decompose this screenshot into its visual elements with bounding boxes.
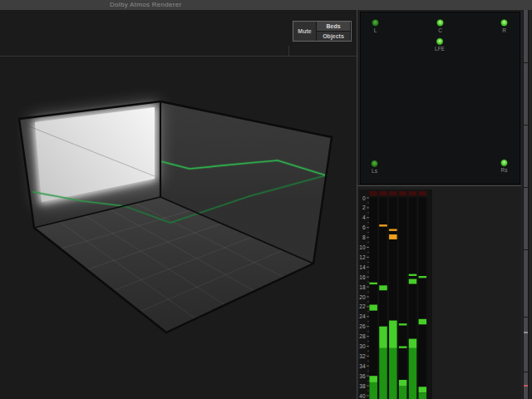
meter-scale-label: 6	[354, 224, 366, 230]
speaker-label-LFE: LFE	[430, 46, 450, 52]
meter-scale-label: 26	[354, 323, 366, 329]
speaker-label-L: L	[366, 27, 386, 33]
meter-scale-label: 20	[354, 294, 366, 300]
strip-gray-tick	[524, 332, 528, 333]
speaker-label-R: R	[495, 27, 515, 33]
strip-red-tick	[524, 385, 528, 387]
meter-scale-label: 32	[354, 353, 366, 359]
meter-scale-label: 2	[354, 204, 366, 210]
panel-divider-horizontal	[357, 185, 522, 186]
meter-scale-label: 4	[354, 214, 366, 220]
toolbar-separator	[288, 46, 289, 57]
meter-scale-label: 16	[354, 274, 366, 280]
meter-panel	[359, 190, 432, 399]
meter-scale-label: 36	[354, 373, 366, 379]
title-bar: Dolby Atmos Renderer	[0, 0, 532, 10]
strip-separator	[524, 125, 528, 126]
meter-scale-label: 22	[354, 303, 366, 309]
speaker-label-C: C	[431, 27, 451, 33]
mute-group: Mute Beds Objects	[293, 21, 352, 42]
beds-button[interactable]: Beds	[317, 22, 350, 31]
meter-scale-label: 8	[354, 234, 366, 240]
speaker-label-Ls: Ls	[365, 168, 385, 174]
meter-scale-label: 12	[354, 254, 366, 260]
strip-separator	[524, 372, 528, 372]
speaker-label-Rs: Rs	[495, 167, 515, 173]
meter-scale-label: 14	[354, 264, 366, 270]
toolbar-divider	[0, 56, 357, 57]
meter-scale-label: 40	[354, 393, 366, 399]
window-title: Dolby Atmos Renderer	[110, 1, 181, 8]
app-window: Dolby Atmos Renderer Mute Beds Objects L…	[0, 0, 532, 399]
mute-button[interactable]: Mute	[293, 22, 316, 41]
meter-scale-label: 0	[354, 195, 366, 201]
right-edge-scrollbar[interactable]	[523, 10, 529, 399]
objects-button[interactable]: Objects	[317, 32, 350, 41]
meter-scale-label: 28	[354, 333, 366, 339]
right-edge-gutter	[521, 10, 532, 399]
meter-scale-label: 34	[354, 363, 366, 369]
meter-scale-label: 10	[354, 244, 366, 250]
meter-scale-label: 38	[354, 383, 366, 389]
meter-scale-label: 18	[354, 284, 366, 290]
strip-separator	[524, 187, 528, 188]
strip-separator	[524, 249, 528, 250]
strip-separator	[524, 62, 528, 63]
meter-scale-label: 30	[354, 343, 366, 349]
meter-scale-label: 24	[354, 313, 366, 319]
speaker-layout-panel	[360, 12, 520, 185]
strip-separator	[524, 317, 528, 318]
room-view-panel	[0, 10, 357, 399]
